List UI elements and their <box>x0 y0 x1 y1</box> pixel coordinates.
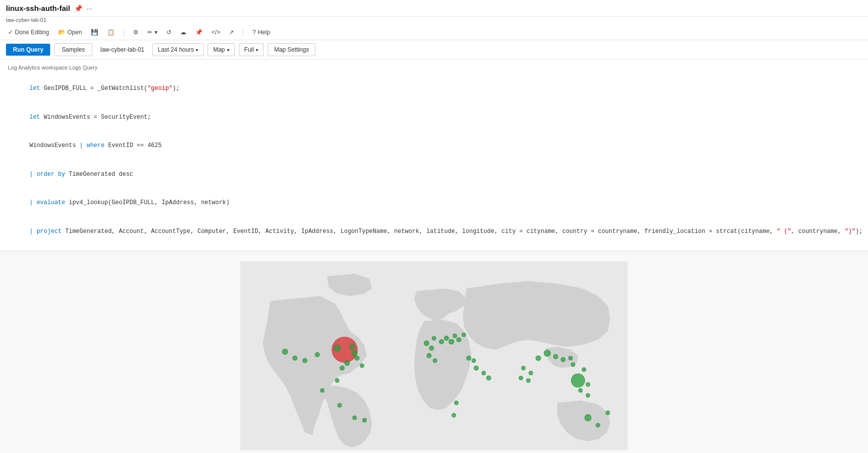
more-icon[interactable]: ··· <box>86 4 92 12</box>
green-bubble <box>462 333 466 337</box>
green-bubble <box>569 356 573 361</box>
run-query-button[interactable]: Run Query <box>6 44 50 56</box>
green-bubble <box>544 350 551 357</box>
green-bubble <box>536 356 541 361</box>
code-icon: </> <box>212 29 220 36</box>
green-bubble <box>579 388 583 393</box>
open-button[interactable]: 📂 Open <box>56 28 84 37</box>
green-bubble <box>439 339 444 344</box>
green-bubble <box>474 366 479 371</box>
green-bubble <box>338 403 342 408</box>
green-bubble <box>362 418 367 423</box>
green-bubble <box>432 336 436 341</box>
code-block[interactable]: let GeoIPDB_FULL = _GetWatchlist("geoip"… <box>8 75 860 246</box>
toolbar: ✓ Done Editing 📂 Open 💾 📋 ⚙ ✏ ▾ ↺ ☁ 📌 </… <box>0 25 868 40</box>
code-line-4: | order by TimeGenerated desc <box>8 160 860 189</box>
green-bubble <box>444 336 449 341</box>
separator2 <box>243 28 243 37</box>
green-bubble <box>561 357 566 362</box>
save-icon: 💾 <box>91 29 98 36</box>
green-bubble <box>453 334 457 338</box>
query-label: Log Analytics workspace Logs Query <box>8 65 860 71</box>
green-bubble <box>345 361 350 366</box>
samples-button[interactable]: Samples <box>54 43 92 56</box>
green-bubble <box>349 344 355 350</box>
gear-icon: ⚙ <box>133 29 139 36</box>
subtitle: law-cyber-lab-01 <box>0 17 868 25</box>
settings-button[interactable]: ⚙ <box>131 28 141 37</box>
code-line-2: let WindowsEvents = SecurityEvent; <box>8 103 860 132</box>
green-bubble <box>340 366 345 371</box>
pin-query-button[interactable]: 📌 <box>193 28 205 37</box>
chevron-down-icon2: ▾ <box>227 47 229 53</box>
green-bubble <box>335 378 340 383</box>
green-bubble <box>571 363 576 367</box>
done-editing-button[interactable]: ✓ Done Editing <box>6 28 51 37</box>
code-button[interactable]: </> <box>210 28 222 37</box>
title-bar: linux-ssh-auth-fail 📌 ··· <box>0 0 868 17</box>
green-bubble <box>454 401 459 405</box>
green-bubble <box>529 371 533 376</box>
edit-button[interactable]: ✏ ▾ <box>145 28 159 37</box>
green-bubble <box>526 378 531 383</box>
green-bubble <box>586 382 590 387</box>
code-line-6: | project TimeGenerated, Account, Accoun… <box>8 218 860 246</box>
map-area <box>0 251 868 453</box>
green-bubble <box>429 346 434 351</box>
separator <box>124 28 124 37</box>
green-bubble <box>486 376 491 380</box>
pin-icon[interactable]: 📌 <box>74 4 82 12</box>
green-bubble <box>315 352 320 357</box>
green-bubble <box>433 359 437 363</box>
copy-button[interactable]: 📋 <box>105 28 117 37</box>
action-bar: Run Query Samples law-cyber-lab-01 Last … <box>0 40 868 60</box>
green-bubble <box>586 393 590 398</box>
viz-size-dropdown[interactable]: Full ▾ <box>239 43 264 56</box>
green-bubble <box>360 364 364 368</box>
share-button[interactable]: ↗ <box>227 28 236 37</box>
viz-type-dropdown[interactable]: Map ▾ <box>208 43 234 56</box>
code-line-1: let GeoIPDB_FULL = _GetWatchlist("geoip"… <box>8 75 860 103</box>
green-bubble <box>606 411 610 415</box>
chevron-down-icon: ▾ <box>154 29 157 36</box>
refresh-icon: ↺ <box>166 29 171 36</box>
chevron-down-icon3: ▾ <box>256 47 258 53</box>
green-bubble <box>424 341 430 346</box>
save-button[interactable]: 💾 <box>89 28 100 37</box>
green-bubble <box>334 345 341 352</box>
viz-size-label: Full <box>244 46 254 53</box>
time-range-dropdown[interactable]: Last 24 hours ▾ <box>152 43 204 56</box>
page-title: linux-ssh-auth-fail <box>6 4 70 12</box>
help-button[interactable]: ? Help <box>250 28 272 37</box>
share-icon: ↗ <box>229 29 234 36</box>
green-bubble <box>553 354 558 359</box>
map-settings-button[interactable]: Map Settings <box>268 43 315 56</box>
green-bubble <box>292 356 297 361</box>
viz-type-label: Map <box>213 46 224 53</box>
green-bubble <box>519 376 523 380</box>
pencil-icon: ✏ <box>147 29 152 36</box>
green-bubble <box>449 339 454 345</box>
green-bubble <box>582 368 586 372</box>
green-bubble <box>571 374 585 387</box>
green-bubble <box>482 371 486 376</box>
green-bubble <box>320 388 325 393</box>
bubbles-container <box>240 261 628 450</box>
folder-icon: 📂 <box>58 29 66 36</box>
refresh-button[interactable]: ↺ <box>164 28 173 37</box>
help-icon: ? <box>252 29 256 36</box>
copy-icon: 📋 <box>107 29 115 36</box>
green-bubble <box>466 356 471 361</box>
time-range-label: Last 24 hours <box>158 46 194 53</box>
green-bubble <box>353 416 357 420</box>
cloud-button[interactable]: ☁ <box>178 28 188 37</box>
green-bubble <box>584 414 591 421</box>
green-bubble <box>472 359 476 363</box>
green-bubble <box>355 356 360 361</box>
chevron-down-icon: ▾ <box>196 47 198 53</box>
green-bubble <box>596 423 600 428</box>
pin-icon2: 📌 <box>195 29 203 36</box>
cloud-icon: ☁ <box>180 29 186 36</box>
workspace-button[interactable]: law-cyber-lab-01 <box>96 44 148 56</box>
green-bubble <box>452 413 456 418</box>
